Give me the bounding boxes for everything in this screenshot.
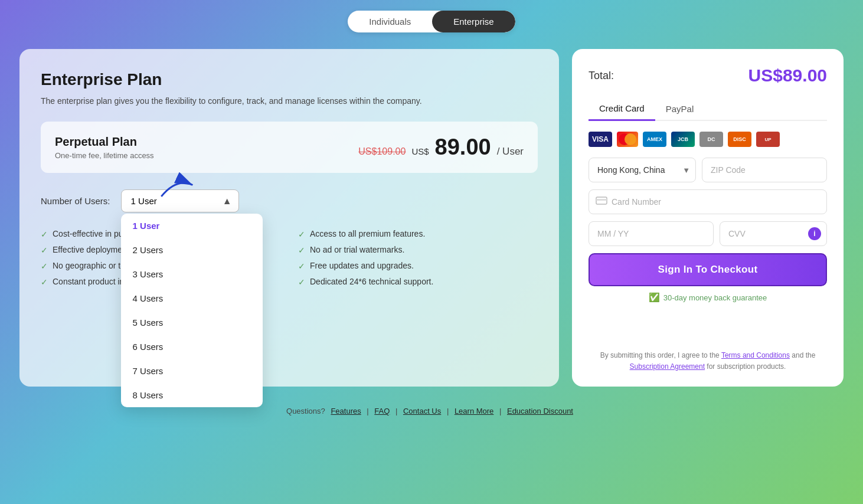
unionpay-logo: UP [756,132,780,147]
card-number-icon [596,197,607,207]
dropdown-item-8users[interactable]: 8 Users [121,383,263,407]
checkout-button[interactable]: Sign In To Checkout [589,253,827,286]
enterprise-tab[interactable]: Enterprise [432,11,515,32]
feature-2: ✓ Access to all premium features. [298,229,538,239]
dropdown-item-2users[interactable]: 2 Users [121,238,263,262]
feature-text-4: No ad or trial watermarks. [310,245,404,254]
per-user-label: / User [497,146,524,158]
perpetual-plan-sub: One-time fee, lifetime access [55,151,154,160]
perpetual-plan-name: Perpetual Plan [55,135,154,149]
visa-logo: VISA [589,132,612,147]
total-amount: US$89.00 [748,66,827,86]
terms-middle: and the [790,351,815,359]
svg-rect-4 [596,199,607,201]
amex-logo: AMEX [643,132,666,147]
country-zip-row: Hong Kong, China United States United Ki… [589,158,827,182]
footer-contact-link[interactable]: Contact Us [403,407,441,415]
expiry-input[interactable] [589,221,714,246]
discover-logo: DISC [728,132,751,147]
feature-text-2: Access to all premium features. [310,229,425,238]
plan-card: Enterprise Plan The enterprise plan give… [19,49,559,387]
total-row: Total: US$89.00 [589,66,827,86]
dropdown-item-4users[interactable]: 4 Users [121,286,263,310]
diners-logo: DC [699,132,723,147]
dropdown-item-1user[interactable]: 1 User [121,214,263,238]
check-icon-6: ✓ [298,261,305,271]
footer-learn-link[interactable]: Learn More [455,407,493,415]
check-icon-2: ✓ [298,230,305,239]
expiry-cvv-row: i [589,221,827,246]
feature-text-6: Free updates and upgrades. [310,261,414,270]
svg-point-2 [625,133,636,145]
payment-tabs: Credit Card PayPal [589,99,827,121]
check-icon-8: ✓ [298,277,305,287]
check-icon-7: ✓ [41,277,48,287]
paypal-tab[interactable]: PayPal [655,99,705,120]
credit-card-tab[interactable]: Credit Card [589,99,655,121]
plan-description: The enterprise plan gives you the flexib… [41,95,538,107]
terms-prefix: By submitting this order, I agree to the [600,351,721,359]
feature-4: ✓ No ad or trial watermarks. [298,245,538,255]
perpetual-info: Perpetual Plan One-time fee, lifetime ac… [55,135,154,160]
old-price: US$109.00 [358,146,406,157]
guarantee-text: ✅ 30-day money back guarantee [589,292,827,303]
users-label: Number of Users: [41,196,110,206]
perpetual-box: Perpetual Plan One-time fee, lifetime ac… [41,122,538,173]
feature-6: ✓ Free updates and upgrades. [298,261,538,271]
dropdown-item-5users[interactable]: 5 Users [121,310,263,335]
feature-8: ✓ Dedicated 24*6 technical support. [298,277,538,287]
terms-conditions-link[interactable]: Terms and Conditions [721,351,790,359]
cvv-info-icon[interactable]: i [808,227,821,240]
dropdown-item-6users[interactable]: 6 Users [121,335,263,359]
users-row: Number of Users: 1 User 2 Users 3 Users … [41,189,538,212]
footer-faq-link[interactable]: FAQ [374,407,390,415]
individuals-tab[interactable]: Individuals [348,11,432,32]
features-grid: ✓ Cost-effective in purchasing ✓ Access … [41,229,538,287]
price-area: US$109.00 US$ 89.00 / User [358,135,524,160]
feature-text-8: Dedicated 24*6 technical support. [310,277,433,286]
footer-features-link[interactable]: Features [331,407,361,415]
card-number-wrapper [589,189,827,214]
card-number-input[interactable] [589,189,827,214]
terms-suffix: for subscription products. [705,362,786,371]
check-icon-5: ✓ [41,261,48,271]
plan-type-toggle: Individuals Enterprise [0,0,863,38]
country-select[interactable]: Hong Kong, China United States United Ki… [589,158,696,182]
new-price-prefix: US$ [411,146,429,156]
footer-questions: Questions? [286,407,325,415]
dropdown-item-7users[interactable]: 7 Users [121,359,263,383]
checkout-card: Total: US$89.00 Credit Card PayPal VISA … [572,49,844,387]
new-price-number: 89.00 [435,135,491,160]
check-icon-1: ✓ [41,230,48,239]
country-select-wrapper: Hong Kong, China United States United Ki… [589,158,696,182]
guarantee-check-icon: ✅ [649,292,660,303]
terms-text: By submitting this order, I agree to the… [589,350,827,372]
main-content: Enterprise Plan The enterprise plan give… [6,38,857,398]
mastercard-logo [617,132,638,147]
jcb-logo: JCB [671,132,695,147]
check-icon-4: ✓ [298,246,305,255]
toggle-group: Individuals Enterprise [348,11,515,32]
users-dropdown: 1 User 2 Users 3 Users 4 Users 5 Users 6… [121,214,263,407]
footer-education-link[interactable]: Education Discount [507,407,573,415]
dropdown-item-3users[interactable]: 3 Users [121,262,263,286]
card-logos: VISA AMEX JCB DC DISC UP [589,132,827,147]
subscription-agreement-link[interactable]: Subscription Agreement [630,362,705,371]
check-icon-3: ✓ [41,246,48,255]
plan-title: Enterprise Plan [41,70,538,89]
zip-code-input[interactable] [702,158,827,182]
total-label: Total: [589,70,614,82]
cvv-wrapper: i [720,221,827,246]
